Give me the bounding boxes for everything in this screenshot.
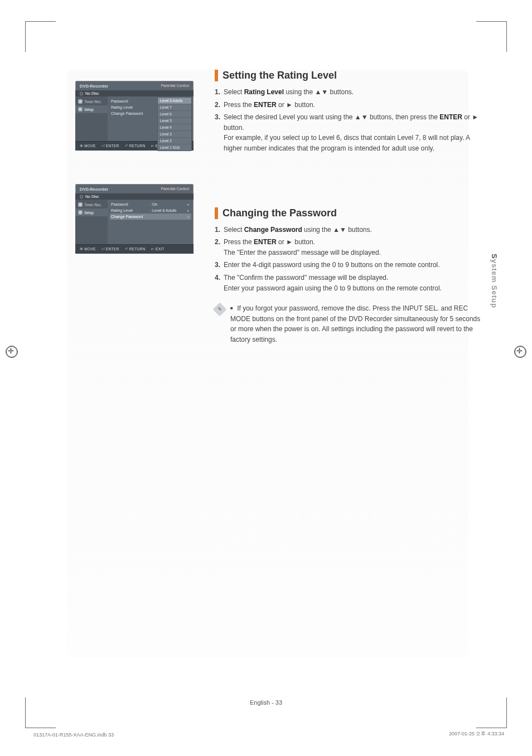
footer-right: 2007-01-25 오후 4:33:34 <box>449 730 504 738</box>
osd-row-value: : Level 8 Adults <box>150 209 187 212</box>
return-icon: ↶ <box>125 247 128 251</box>
disc-icon <box>80 195 83 198</box>
dropdown-option: Level 8 Adults <box>158 98 191 104</box>
page-number: English - 33 <box>250 699 282 706</box>
crop-mark <box>497 697 507 728</box>
bullet-icon: ■ <box>230 306 233 311</box>
dropdown-option: Level 1 Kids <box>158 144 191 151</box>
osd-row-value: : On <box>150 202 187 206</box>
note-icon: ✎ <box>212 302 226 316</box>
osd-dropdown-rating-level: Level 8 Adults Level 7 Level 6 Level 5 L… <box>158 98 191 151</box>
osd-title: DVD-Recorder <box>80 84 108 89</box>
crop-mark <box>476 728 507 728</box>
enter-icon: ⏎ <box>101 144 105 148</box>
gear-icon <box>78 107 83 112</box>
chevron-right-icon: ► <box>187 209 190 212</box>
section-heading: Setting the Rating Level <box>215 70 482 81</box>
step-note: For example, if you select up to Level 6… <box>224 133 482 153</box>
crop-mark <box>25 21 56 22</box>
chevron-right-icon: ► <box>187 203 190 206</box>
disc-icon <box>80 92 83 95</box>
osd-main: Password Rating Level Change Password Le… <box>108 96 194 141</box>
registration-mark-icon <box>0 0 266 12</box>
osd-subtitle: Parental Control <box>161 84 189 89</box>
chevron-right-icon: ► <box>187 215 190 219</box>
osd-nodisc: No Disc <box>75 90 194 96</box>
move-icon: ✥ <box>80 144 83 148</box>
osd-row-label: Rating Level <box>111 105 150 109</box>
crop-mark <box>25 697 35 728</box>
sidebar-item-setup: Setup <box>75 209 108 216</box>
step-item: 3.Enter the 4-digit password using the 0… <box>215 260 482 270</box>
osd-sidebar: Timer Rec. Setup <box>75 96 108 141</box>
osd-nodisc: No Disc <box>75 193 194 200</box>
osd-title: DVD-Recorder <box>80 187 108 192</box>
clock-icon <box>78 202 83 207</box>
gear-icon <box>78 210 83 215</box>
enter-icon: ⏎ <box>101 247 105 251</box>
crop-mark <box>25 728 56 728</box>
step-item: 3.Select the desired Level you want usin… <box>215 112 482 153</box>
osd-row-label: Rating Level <box>111 209 150 212</box>
sidebar-item-timer-rec: Timer Rec. <box>75 201 108 209</box>
osd-sidebar: Timer Rec. Setup <box>75 200 108 244</box>
registration-mark-icon <box>6 346 18 358</box>
sidebar-item-timer-rec: Timer Rec. <box>75 98 108 105</box>
osd-subtitle: Parental Control <box>161 187 189 192</box>
crop-mark <box>25 21 35 52</box>
section-heading: Changing the Password <box>215 207 482 219</box>
osd-row-label: Change Password <box>111 215 150 219</box>
footer-left: 01317A-01-R155-XAA-ENG.indb 33 <box>33 732 114 738</box>
dropdown-option: Level 3 <box>158 131 191 138</box>
step-note: Enter your password again using the 0 to… <box>224 283 482 294</box>
step-item: 2.Press the ENTER or ► button. The "Ente… <box>215 237 482 258</box>
crop-mark <box>497 21 507 52</box>
side-tab-system-setup: System Setup <box>490 254 499 308</box>
crop-mark <box>476 21 507 22</box>
sidebar-item-setup: Setup <box>75 105 108 113</box>
step-item: 1.Select Rating Level using the ▲▼ butto… <box>215 87 482 98</box>
dropdown-option: Level 5 <box>158 118 191 124</box>
dropdown-option: Level 7 <box>158 104 191 111</box>
exit-icon: ⇤ <box>151 247 154 251</box>
dropdown-option: Level 2 <box>158 138 191 144</box>
return-icon: ↶ <box>125 144 128 148</box>
section-rating-level: Setting the Rating Level 1.Select Rating… <box>215 70 482 154</box>
osd-row-label: Change Password <box>111 112 150 115</box>
osd-screenshot-rating-level: DVD-Recorder Parental Control No Disc Ti… <box>75 81 194 151</box>
step-item: 4.The "Confirm the password" message wil… <box>215 273 482 293</box>
section-change-password: Changing the Password 1.Select Change Pa… <box>215 207 482 345</box>
move-icon: ✥ <box>80 247 83 251</box>
step-item: 2.Press the ENTER or ► button. <box>215 100 482 110</box>
osd-row-label: Password <box>111 202 150 206</box>
note-box: ✎ ■ If you forgot your password, remove … <box>215 303 482 345</box>
osd-main: Password: On► Rating Level: Level 8 Adul… <box>108 200 194 244</box>
osd-screenshot-change-password: DVD-Recorder Parental Control No Disc Ti… <box>75 184 194 254</box>
osd-row-label: Password <box>111 99 150 103</box>
clock-icon <box>78 99 83 104</box>
dropdown-option: Level 4 <box>158 124 191 131</box>
dropdown-option: Level 6 <box>158 111 191 118</box>
step-note: The "Enter the password" message will be… <box>224 248 482 258</box>
registration-mark-icon <box>514 346 526 358</box>
step-item: 1.Select Change Password using the ▲▼ bu… <box>215 225 482 235</box>
osd-footer: ✥MOVE ⏎ENTER ↶RETURN ⇤EXIT <box>75 244 194 254</box>
exit-icon: ⇤ <box>151 144 154 148</box>
